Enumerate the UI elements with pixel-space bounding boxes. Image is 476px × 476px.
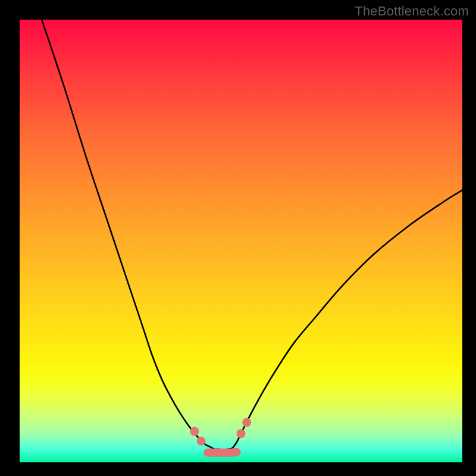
plot-area [20, 20, 462, 462]
left-dot-1 [190, 427, 199, 436]
right-curve-line [228, 190, 462, 449]
curve-layer [20, 20, 462, 462]
left-dot-2 [197, 437, 206, 446]
flat-bottom-line [208, 452, 236, 453]
right-dot-2 [242, 418, 251, 427]
chart-frame: TheBottleneck.com [0, 0, 476, 476]
left-curve-line [42, 20, 219, 449]
watermark-text: TheBottleneck.com [355, 4, 469, 19]
marker-dots [190, 418, 251, 446]
right-dot-1 [237, 429, 246, 438]
